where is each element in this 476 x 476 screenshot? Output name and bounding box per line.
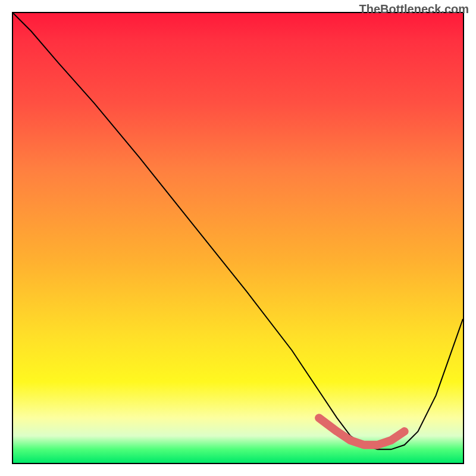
bottleneck-curve-line bbox=[13, 13, 463, 449]
watermark-text: TheBottleneck.com bbox=[359, 2, 469, 16]
chart-plot-area bbox=[12, 12, 464, 464]
optimal-range-highlight bbox=[319, 418, 405, 444]
chart-svg bbox=[13, 13, 463, 463]
